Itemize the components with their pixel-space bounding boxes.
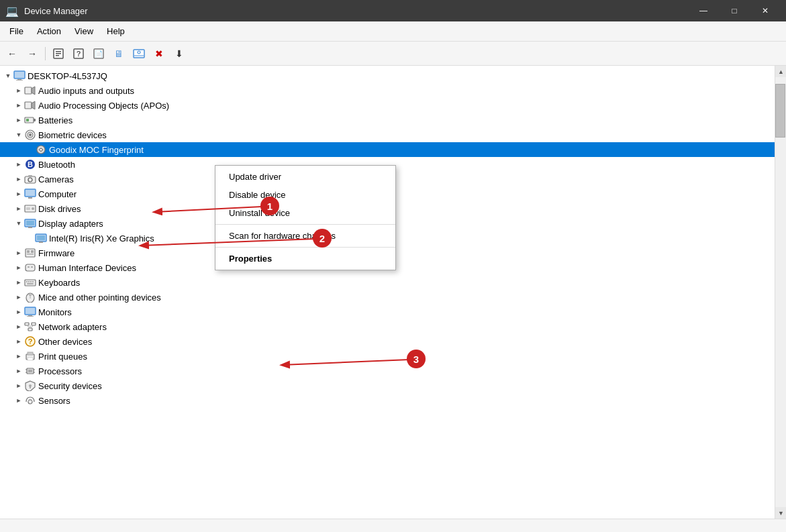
icon-audio-io: [24, 85, 36, 97]
expander-audio-apo[interactable]: ►: [13, 100, 24, 111]
label-computer: Computer: [38, 189, 77, 199]
svg-rect-44: [27, 254, 34, 255]
svg-rect-18: [25, 117, 34, 123]
back-button[interactable]: ←: [3, 44, 21, 63]
update-driver-button[interactable]: 📄: [89, 44, 108, 63]
expander-print-queues[interactable]: ►: [13, 351, 24, 362]
svg-line-64: [27, 325, 30, 328]
statusbar: [0, 519, 786, 532]
tree-item-print-queues[interactable]: ►Print queues: [0, 349, 775, 364]
expander-other[interactable]: ►: [13, 336, 24, 347]
expander-computer[interactable]: ►: [13, 189, 24, 199]
tree-item-biometric[interactable]: ▼Biometric devices: [0, 127, 775, 142]
label-security: Security devices: [38, 381, 102, 391]
svg-rect-62: [32, 323, 36, 325]
icon-disk-drives: [24, 203, 36, 215]
label-processors: Processors: [38, 366, 82, 376]
ctx-update-driver[interactable]: Update driver: [215, 168, 395, 186]
tree-item-sensors[interactable]: ►Sensors: [0, 393, 775, 408]
expander-fingerprint[interactable]: [24, 144, 35, 155]
annotation-2: 2: [313, 229, 332, 248]
download-button[interactable]: ⬇: [170, 44, 189, 63]
svg-rect-20: [26, 119, 29, 121]
scan-button[interactable]: [130, 44, 148, 63]
close-button[interactable]: ✕: [750, 0, 781, 21]
tree-item-fingerprint[interactable]: Goodix MOC Fingerprint: [0, 142, 775, 157]
expander-monitors[interactable]: ►: [13, 307, 24, 317]
minimize-button[interactable]: —: [688, 0, 719, 21]
icon-batteries: [24, 114, 36, 126]
help-driver-button[interactable]: ?: [69, 44, 88, 63]
tree-item-mice[interactable]: ►Mice and other pointing devices: [0, 290, 775, 305]
ctx-scan-hardware[interactable]: Scan for hardware changes: [215, 227, 395, 245]
forward-button[interactable]: →: [23, 44, 42, 63]
display-button[interactable]: 🖥: [109, 44, 128, 63]
ctx-uninstall-device[interactable]: Uninstall device: [215, 204, 395, 222]
icon-hid: [24, 262, 36, 274]
svg-rect-13: [16, 80, 23, 81]
app-icon: 💻: [5, 5, 19, 17]
root-expander[interactable]: ▼: [3, 70, 13, 81]
menu-view[interactable]: View: [68, 23, 100, 39]
scroll-thumb[interactable]: [775, 84, 785, 138]
menu-help[interactable]: Help: [100, 23, 132, 39]
tree-item-processors[interactable]: ►Processors: [0, 364, 775, 378]
expander-audio-io[interactable]: ►: [13, 85, 24, 96]
properties-button[interactable]: [49, 44, 68, 63]
tree-item-keyboards[interactable]: ►Keyboards: [0, 275, 775, 290]
expander-keyboards[interactable]: ►: [13, 277, 24, 288]
tree-item-batteries[interactable]: ►Batteries: [0, 113, 775, 127]
device-tree[interactable]: ▼ DESKTOP-4L537JQ ►Audio inputs and outp…: [0, 66, 775, 519]
remove-button[interactable]: ✖: [150, 44, 168, 63]
scroll-down[interactable]: ▼: [775, 507, 786, 519]
toolbar: ← → ? 📄 🖥 ✖ ⬇: [0, 42, 786, 66]
tree-item-monitors[interactable]: ►Monitors: [0, 305, 775, 319]
svg-rect-47: [31, 266, 33, 268]
svg-rect-60: [28, 328, 32, 331]
expander-hid[interactable]: ►: [13, 262, 24, 273]
expander-display-adapters[interactable]: ▼: [13, 218, 24, 229]
expander-mice[interactable]: ►: [13, 292, 24, 303]
menu-action[interactable]: Action: [30, 23, 68, 39]
svg-rect-19: [34, 119, 36, 121]
ctx-disable-device[interactable]: Disable device: [215, 186, 395, 204]
expander-biometric[interactable]: ▼: [13, 129, 24, 140]
expander-intel-graphics[interactable]: [24, 233, 35, 244]
svg-rect-30: [25, 189, 36, 197]
svg-point-23: [29, 134, 32, 136]
expander-network[interactable]: ►: [13, 321, 24, 332]
tree-root[interactable]: ▼ DESKTOP-4L537JQ: [0, 68, 775, 83]
scroll-track[interactable]: [775, 77, 786, 507]
svg-marker-17: [32, 101, 35, 109]
expander-security[interactable]: ►: [13, 380, 24, 391]
expander-disk-drives[interactable]: ►: [13, 203, 24, 214]
svg-marker-15: [32, 87, 35, 95]
scroll-up[interactable]: ▲: [775, 66, 786, 77]
expander-bluetooth[interactable]: ►: [13, 159, 24, 170]
svg-rect-29: [28, 175, 32, 177]
expander-processors[interactable]: ►: [13, 366, 24, 376]
tree-item-network[interactable]: ►Network adapters: [0, 319, 775, 334]
menubar: File Action View Help: [0, 21, 786, 42]
expander-firmware[interactable]: ►: [13, 248, 24, 258]
icon-bluetooth: B: [24, 158, 36, 170]
icon-intel-graphics: [35, 232, 47, 244]
label-firmware: Firmware: [38, 248, 75, 258]
tree-item-other[interactable]: ►?Other devices: [0, 334, 775, 349]
label-biometric: Biometric devices: [38, 130, 107, 140]
expander-cameras[interactable]: ►: [13, 174, 24, 184]
scrollbar[interactable]: ▲ ▼: [775, 66, 786, 519]
menu-file[interactable]: File: [3, 23, 30, 39]
tree-item-audio-apo[interactable]: ►Audio Processing Objects (APOs): [0, 98, 775, 113]
tree-item-audio-io[interactable]: ►Audio inputs and outputs: [0, 83, 775, 98]
maximize-button[interactable]: □: [719, 0, 750, 21]
svg-rect-61: [25, 323, 29, 325]
tree-item-security[interactable]: ►Security devices: [0, 378, 775, 393]
ctx-properties[interactable]: Properties: [215, 250, 395, 268]
icon-sensors: [24, 394, 36, 407]
expander-batteries[interactable]: ►: [13, 115, 24, 125]
titlebar-controls: — □ ✕: [688, 0, 781, 21]
label-hid: Human Interface Devices: [38, 263, 136, 273]
expander-sensors[interactable]: ►: [13, 395, 24, 406]
icon-computer: [24, 188, 36, 200]
